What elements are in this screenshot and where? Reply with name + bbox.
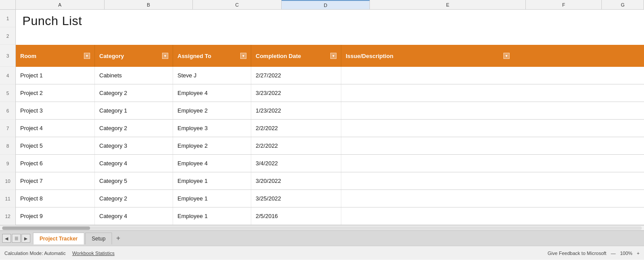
scrollbar-thumb[interactable]	[2, 226, 90, 230]
row-num-3: 3	[0, 45, 15, 67]
th-assigned[interactable]: Assigned To ▼	[173, 45, 251, 67]
cell-category-6[interactable]: Category 5	[95, 172, 173, 189]
col-header-a[interactable]: A	[16, 0, 105, 9]
col-header-g[interactable]: G	[602, 0, 644, 9]
status-bar: Calculation Mode: Automatic Workbook Sta…	[0, 246, 644, 260]
cell-date-5[interactable]: 3/4/2022	[251, 155, 341, 172]
cell-category-5[interactable]: Category 4	[95, 155, 173, 172]
col-header-f[interactable]: F	[526, 0, 602, 9]
table-row: Project 8 Category 2 Employee 1 3/25/202…	[16, 190, 644, 207]
th-room[interactable]: Room ▼	[16, 45, 95, 67]
col-header-d[interactable]: D	[282, 0, 370, 9]
table-row: Project 5 Category 3 Employee 2 2/2/2022	[16, 137, 644, 155]
feedback-label[interactable]: Give Feedback to Microsoft	[548, 251, 607, 256]
th-room-label: Room	[20, 53, 36, 59]
zoom-level: 100%	[620, 251, 632, 256]
cell-issue-6[interactable]	[341, 172, 514, 189]
cell-room-1[interactable]: Project 2	[16, 84, 95, 102]
cell-date-3[interactable]: 2/2/2022	[251, 120, 341, 137]
cell-room-0[interactable]: Project 1	[16, 67, 95, 84]
cell-issue-7[interactable]	[341, 190, 514, 207]
cell-issue-0[interactable]	[341, 67, 514, 84]
col-header-e[interactable]: E	[370, 0, 526, 9]
zoom-in-btn[interactable]: +	[637, 251, 640, 256]
scrollbar-track[interactable]	[2, 226, 642, 230]
filter-assigned-icon[interactable]: ▼	[240, 53, 246, 59]
tab-nav-prev[interactable]: ◀	[2, 234, 11, 243]
cell-room-4[interactable]: Project 5	[16, 137, 95, 154]
tab-bar: ◀ ☰ ▶ Project TrackerSetup +	[0, 230, 644, 246]
th-category[interactable]: Category ▼	[95, 45, 173, 67]
cell-assigned-8[interactable]: Employee 1	[173, 207, 251, 225]
cell-date-4[interactable]: 2/2/2022	[251, 137, 341, 154]
th-assigned-label: Assigned To	[177, 53, 211, 59]
filter-room-icon[interactable]: ▼	[84, 53, 90, 59]
row-num-10: 10	[0, 172, 15, 190]
cell-assigned-7[interactable]: Employee 1	[173, 190, 251, 207]
row-num-6: 6	[0, 102, 15, 120]
workbook-stats-label[interactable]: Workbook Statistics	[72, 251, 114, 256]
horizontal-scrollbar[interactable]	[0, 225, 644, 230]
cell-issue-8[interactable]	[341, 207, 514, 225]
filter-date-icon[interactable]: ▼	[330, 53, 336, 59]
table-header-row: Room ▼ Category ▼ Assigned To ▼ Completi…	[16, 45, 644, 67]
row-num-4: 4	[0, 67, 15, 84]
cell-date-2[interactable]: 1/23/2022	[251, 102, 341, 119]
tab-nav-hamburger[interactable]: ☰	[12, 234, 21, 243]
cell-room-2[interactable]: Project 3	[16, 102, 95, 119]
col-header-c[interactable]: C	[193, 0, 282, 9]
cell-assigned-3[interactable]: Employee 3	[173, 120, 251, 137]
title-section: Punch List	[16, 10, 644, 45]
cell-assigned-2[interactable]: Employee 2	[173, 102, 251, 119]
grid-content: Punch List Room ▼ Category ▼ Assigned To	[16, 10, 644, 225]
cell-date-8[interactable]: 2/5/2016	[251, 207, 341, 225]
col-header-b[interactable]: B	[105, 0, 193, 9]
cell-assigned-4[interactable]: Employee 2	[173, 137, 251, 154]
cell-room-6[interactable]: Project 7	[16, 172, 95, 189]
cell-assigned-5[interactable]: Employee 4	[173, 155, 251, 172]
cell-date-7[interactable]: 3/25/2022	[251, 190, 341, 207]
cell-issue-3[interactable]	[341, 120, 514, 137]
cell-category-7[interactable]: Category 2	[95, 190, 173, 207]
th-completion-date[interactable]: Completion Date ▼	[251, 45, 341, 67]
cell-category-4[interactable]: Category 3	[95, 137, 173, 154]
cell-category-3[interactable]: Category 2	[95, 120, 173, 137]
corner-cell	[0, 0, 16, 9]
cell-category-8[interactable]: Category 4	[95, 207, 173, 225]
cell-room-5[interactable]: Project 6	[16, 155, 95, 172]
table-row: Project 3 Category 1 Employee 2 1/23/202…	[16, 102, 644, 120]
status-right: Give Feedback to Microsoft — 100% +	[548, 251, 640, 256]
cell-category-2[interactable]: Category 1	[95, 102, 173, 119]
cell-assigned-6[interactable]: Employee 1	[173, 172, 251, 189]
filter-issue-icon[interactable]: ▼	[503, 53, 510, 59]
cell-issue-2[interactable]	[341, 102, 514, 119]
data-rows-container: Project 1 Cabinets Steve J 2/27/2022 Pro…	[16, 67, 644, 225]
cell-assigned-1[interactable]: Employee 4	[173, 84, 251, 102]
cell-room-8[interactable]: Project 9	[16, 207, 95, 225]
tab-add-button[interactable]: +	[113, 233, 123, 244]
th-date-label: Completion Date	[256, 53, 301, 59]
row-num-7: 7	[0, 120, 15, 137]
cell-category-1[interactable]: Category 2	[95, 84, 173, 102]
cell-date-6[interactable]: 3/20/2022	[251, 172, 341, 189]
cell-date-1[interactable]: 3/23/2022	[251, 84, 341, 102]
row-num-9: 9	[0, 155, 15, 172]
tab-nav-next[interactable]: ▶	[22, 234, 30, 243]
cell-issue-4[interactable]	[341, 137, 514, 154]
row-num-11: 11	[0, 190, 15, 207]
cell-date-0[interactable]: 2/27/2022	[251, 67, 341, 84]
filter-category-icon[interactable]: ▼	[162, 53, 168, 59]
cell-assigned-0[interactable]: Steve J	[173, 67, 251, 84]
row-num-1: 1	[0, 10, 15, 27]
cell-issue-1[interactable]	[341, 84, 514, 102]
tabs-container: Project TrackerSetup	[33, 233, 112, 244]
cell-issue-5[interactable]	[341, 155, 514, 172]
tab-project-tracker[interactable]: Project Tracker	[33, 233, 84, 244]
cell-room-3[interactable]: Project 4	[16, 120, 95, 137]
cell-room-7[interactable]: Project 8	[16, 190, 95, 207]
row-num-12: 12	[0, 207, 15, 225]
cell-category-0[interactable]: Cabinets	[95, 67, 173, 84]
tab-setup[interactable]: Setup	[85, 233, 112, 244]
column-headers: A B C D E F G	[0, 0, 644, 10]
th-issue[interactable]: Issue/Description ▼	[341, 45, 514, 67]
